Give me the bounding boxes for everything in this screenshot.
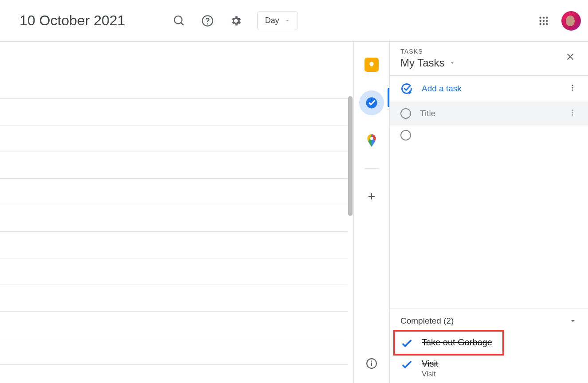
- svg-point-11: [370, 137, 373, 140]
- rail-tasks[interactable]: [359, 90, 384, 115]
- chevron-down-icon: [568, 317, 577, 325]
- side-rail: [354, 42, 389, 383]
- rail-addons[interactable]: [359, 184, 384, 209]
- svg-point-4: [539, 20, 541, 22]
- help-icon: [201, 15, 214, 27]
- header: 10 October 2021 Day: [0, 0, 588, 42]
- tasks-list-title: My Tasks: [400, 57, 445, 69]
- chevron-down-icon: [284, 18, 290, 24]
- svg-point-9: [546, 23, 548, 25]
- svg-rect-14: [371, 361, 372, 362]
- annotation-highlight: [393, 330, 504, 356]
- svg-point-20: [572, 114, 573, 116]
- check-icon: [400, 359, 413, 371]
- close-panel-button[interactable]: [561, 48, 579, 66]
- calendar-grid[interactable]: [0, 42, 354, 383]
- tasks-body: [390, 102, 588, 309]
- task-row-new[interactable]: [390, 102, 588, 125]
- apps-grid-icon: [539, 16, 549, 26]
- task-row-empty[interactable]: [390, 125, 588, 145]
- completed-task-title: Visit: [422, 359, 438, 369]
- more-vert-icon: [568, 84, 576, 92]
- svg-point-19: [572, 112, 573, 113]
- svg-point-8: [543, 23, 545, 25]
- app-root: 10 October 2021 Day: [0, 0, 588, 383]
- svg-point-5: [543, 20, 545, 22]
- svg-point-16: [572, 87, 573, 89]
- more-vert-icon: [568, 109, 576, 117]
- add-task-icon: [400, 82, 413, 95]
- close-icon: [565, 52, 575, 62]
- current-date: 10 October 2021: [20, 12, 125, 29]
- settings-button[interactable]: [225, 10, 247, 31]
- tasks-panel: TASKS My Tasks Add a task: [389, 42, 588, 383]
- calendar-scrollbar[interactable]: [348, 96, 353, 216]
- svg-point-18: [572, 109, 573, 111]
- svg-point-7: [539, 23, 541, 25]
- svg-point-15: [572, 85, 573, 86]
- rail-maps[interactable]: [359, 129, 384, 153]
- search-button[interactable]: [169, 10, 190, 31]
- tasks-header: TASKS My Tasks: [390, 42, 588, 76]
- chevron-down-icon: [449, 60, 455, 66]
- help-button[interactable]: [197, 10, 218, 31]
- search-icon: [173, 15, 185, 27]
- svg-point-6: [546, 20, 548, 22]
- calendar-gridlines: [0, 42, 347, 383]
- tasks-menu-button[interactable]: [566, 81, 579, 96]
- tasks-panel-label: TASKS: [400, 48, 561, 55]
- app-launcher[interactable]: [533, 10, 554, 31]
- keep-icon: [365, 58, 379, 72]
- rail-keep[interactable]: [359, 52, 384, 77]
- view-select-label: Day: [265, 16, 279, 25]
- svg-point-17: [572, 90, 573, 91]
- svg-point-2: [543, 16, 545, 19]
- rail-divider: [365, 168, 379, 169]
- info-icon: [366, 358, 377, 369]
- gear-icon: [230, 15, 242, 27]
- svg-point-3: [546, 16, 548, 19]
- task-item-menu[interactable]: [566, 106, 579, 121]
- rail-info[interactable]: [359, 351, 384, 376]
- task-checkbox[interactable]: [400, 130, 411, 141]
- completed-toggle[interactable]: Completed (2): [390, 309, 588, 333]
- plus-icon: [366, 191, 377, 202]
- completed-check[interactable]: [400, 359, 413, 371]
- svg-point-1: [539, 16, 541, 19]
- completed-header-label: Completed (2): [400, 316, 454, 326]
- add-task-row: Add a task: [390, 76, 588, 102]
- completed-task-row[interactable]: Visit Visit: [390, 354, 588, 383]
- maps-icon: [366, 134, 377, 148]
- task-checkbox[interactable]: [400, 108, 411, 119]
- completed-task-sub: Visit: [422, 370, 438, 379]
- view-select[interactable]: Day: [257, 11, 298, 30]
- add-task-button[interactable]: Add a task: [422, 84, 557, 94]
- tasks-list-switcher[interactable]: My Tasks: [400, 57, 561, 69]
- svg-rect-13: [371, 363, 372, 366]
- task-title-input[interactable]: [420, 109, 557, 118]
- avatar[interactable]: [561, 11, 581, 31]
- body: TASKS My Tasks Add a task: [0, 42, 588, 383]
- tasks-icon: [365, 96, 378, 109]
